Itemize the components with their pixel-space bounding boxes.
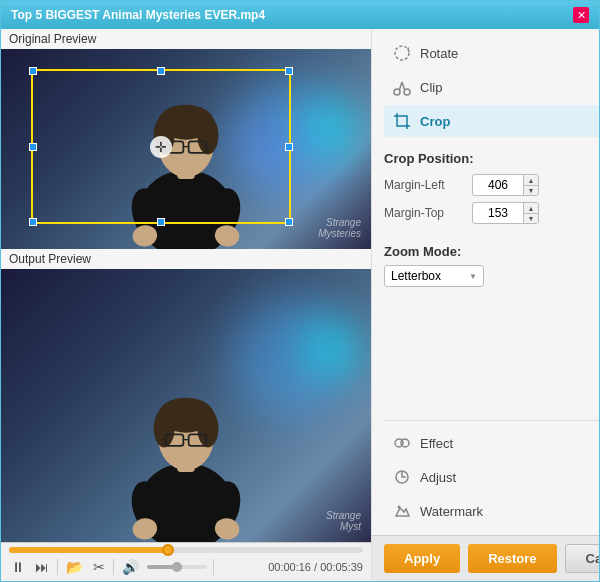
person-silhouette-output xyxy=(111,367,261,542)
progress-bar[interactable] xyxy=(9,547,363,553)
person-silhouette-original xyxy=(111,74,261,249)
effect-label: Effect xyxy=(420,436,453,451)
controls-bar: ⏸ ⏭ 📂 ✂ 🔊 00:00:16 / 00:05:39 xyxy=(1,542,371,581)
svg-point-32 xyxy=(404,89,410,95)
watermark-output: Strange Myst xyxy=(326,510,361,532)
rotate-label: Rotate xyxy=(420,46,458,61)
svg-point-20 xyxy=(197,409,218,448)
margin-top-input[interactable]: ▲ ▼ xyxy=(472,202,539,224)
rotate-icon xyxy=(392,43,412,63)
svg-point-31 xyxy=(394,89,400,95)
volume-button[interactable]: 🔊 xyxy=(120,557,141,577)
crop-tool-icon xyxy=(392,111,412,131)
sidebar-item-rotate[interactable]: Rotate xyxy=(384,37,599,69)
margin-top-label: Margin-Top xyxy=(384,206,464,220)
sidebar-item-watermark[interactable]: Watermark xyxy=(384,495,599,527)
volume-thumb xyxy=(172,562,182,572)
svg-point-30 xyxy=(395,46,409,60)
sidebar-item-adjust[interactable]: Adjust xyxy=(384,461,599,493)
watermark-icon xyxy=(392,501,412,521)
zoom-select-arrow-icon: ▼ xyxy=(469,272,483,281)
video-bg-original: Strange Mysteries xyxy=(1,49,371,249)
svg-point-5 xyxy=(197,116,218,155)
crop-position-section: Crop Position: Margin-Left ▲ ▼ Margin-To… xyxy=(372,145,599,238)
controls-row: ⏸ ⏭ 📂 ✂ 🔊 00:00:16 / 00:05:39 xyxy=(9,557,363,577)
bottom-tools: Effect Adjust xyxy=(372,408,599,535)
clip-tool-icon xyxy=(392,77,412,97)
adjust-label: Adjust xyxy=(420,470,456,485)
play-pause-button[interactable]: ⏸ xyxy=(9,557,27,577)
right-panel: Rotate Clip xyxy=(371,29,599,581)
margin-left-arrows: ▲ ▼ xyxy=(523,175,538,195)
volume-slider[interactable] xyxy=(147,565,207,569)
spacer xyxy=(372,295,599,408)
left-panel: Original Preview xyxy=(1,29,371,581)
window-title: Top 5 BIGGEST Animal Mysteries EVER.mp4 xyxy=(11,8,265,22)
time-separator: / xyxy=(314,561,317,573)
bottom-divider xyxy=(384,420,599,421)
crop-position-title: Crop Position: xyxy=(384,151,599,166)
margin-left-row: Margin-Left ▲ ▼ xyxy=(384,174,599,196)
video-bg-output: Strange Myst xyxy=(1,269,371,542)
margin-top-value[interactable] xyxy=(473,204,523,222)
progress-thumb[interactable] xyxy=(162,544,174,556)
tool-list: Rotate Clip xyxy=(372,29,599,145)
title-bar: Top 5 BIGGEST Animal Mysteries EVER.mp4 … xyxy=(1,1,599,29)
watermark-original: Strange Mysteries xyxy=(318,217,361,239)
clip-button[interactable]: ✂ xyxy=(91,557,107,577)
sidebar-item-effect[interactable]: Effect xyxy=(384,427,599,459)
time-display: 00:00:16 / 00:05:39 xyxy=(268,561,363,573)
folder-button[interactable]: 📂 xyxy=(64,557,85,577)
close-button[interactable]: ✕ xyxy=(573,7,589,23)
zoom-mode-title: Zoom Mode: xyxy=(384,244,599,259)
svg-rect-35 xyxy=(397,116,407,126)
svg-point-41 xyxy=(401,439,409,447)
original-preview-label: Original Preview xyxy=(1,29,371,49)
footer-buttons: Apply Restore Cancel xyxy=(372,535,599,581)
main-window: Top 5 BIGGEST Animal Mysteries EVER.mp4 … xyxy=(0,0,600,582)
svg-point-4 xyxy=(154,116,175,155)
margin-left-down[interactable]: ▼ xyxy=(524,185,538,195)
divider-3 xyxy=(213,559,214,575)
svg-point-19 xyxy=(154,409,175,448)
effect-icon xyxy=(392,433,412,453)
zoom-mode-section: Zoom Mode: Letterbox Pan & Scan Full Cus… xyxy=(372,238,599,295)
margin-left-label: Margin-Left xyxy=(384,178,464,192)
crop-label: Crop xyxy=(420,114,450,129)
restore-button[interactable]: Restore xyxy=(468,544,556,573)
margin-top-arrows: ▲ ▼ xyxy=(523,203,538,223)
out-bg-orb-2 xyxy=(301,319,361,379)
margin-top-down[interactable]: ▼ xyxy=(524,213,538,223)
sidebar-item-crop[interactable]: Crop xyxy=(384,105,599,137)
adjust-icon xyxy=(392,467,412,487)
margin-top-row: Margin-Top ▲ ▼ xyxy=(384,202,599,224)
sidebar-item-clip[interactable]: Clip xyxy=(384,71,599,103)
divider-2 xyxy=(113,559,114,575)
original-preview: Strange Mysteries ✛ xyxy=(1,49,371,249)
time-current: 00:00:16 xyxy=(268,561,311,573)
next-frame-button[interactable]: ⏭ xyxy=(33,557,51,577)
margin-top-up[interactable]: ▲ xyxy=(524,203,538,213)
svg-line-34 xyxy=(402,82,405,90)
margin-left-input[interactable]: ▲ ▼ xyxy=(472,174,539,196)
cancel-button[interactable]: Cancel xyxy=(565,544,599,573)
apply-button[interactable]: Apply xyxy=(384,544,460,573)
clip-label: Clip xyxy=(420,80,442,95)
margin-left-up[interactable]: ▲ xyxy=(524,175,538,185)
zoom-mode-select[interactable]: Letterbox Pan & Scan Full Custom xyxy=(385,266,469,286)
watermark-label: Watermark xyxy=(420,504,483,519)
divider-1 xyxy=(57,559,58,575)
output-preview-label: Output Preview xyxy=(1,249,371,269)
margin-left-value[interactable] xyxy=(473,176,523,194)
bg-orb-3 xyxy=(301,99,361,159)
main-content: Original Preview xyxy=(1,29,599,581)
time-total: 00:05:39 xyxy=(320,561,363,573)
svg-point-43 xyxy=(398,506,401,509)
zoom-select-wrapper[interactable]: Letterbox Pan & Scan Full Custom ▼ xyxy=(384,265,484,287)
output-preview: Strange Myst xyxy=(1,269,371,542)
progress-fill xyxy=(9,547,168,553)
